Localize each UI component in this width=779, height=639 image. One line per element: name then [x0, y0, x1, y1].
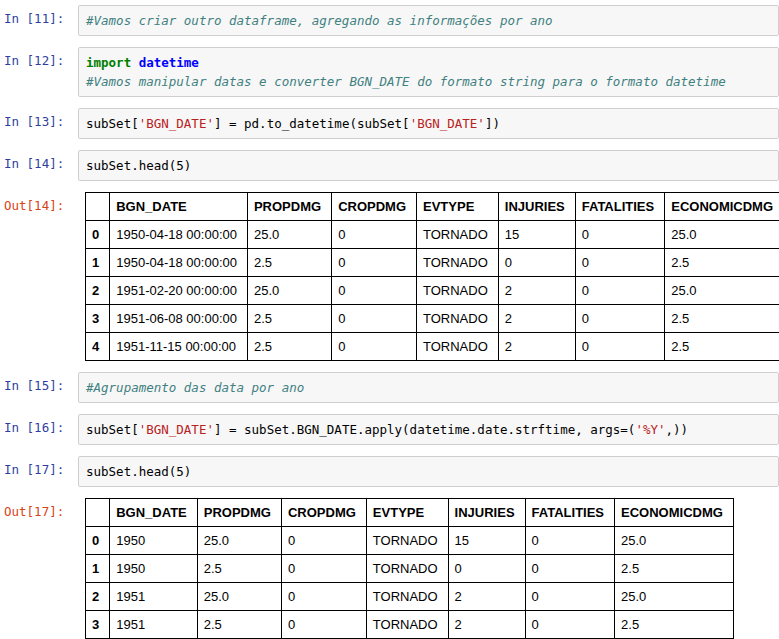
table-cell: 15 [448, 527, 525, 555]
row-index-cell: 1 [86, 249, 110, 277]
table-cell: 0 [281, 583, 366, 611]
table-cell: 0 [332, 221, 417, 249]
table-cell: 1950 [110, 527, 198, 555]
table-row: 11950-04-18 00:00:002.50TORNADO002.5 [86, 249, 779, 277]
table-cell: 2.5 [247, 305, 331, 333]
table-cell: 1950-04-18 00:00:00 [110, 221, 248, 249]
code-token-plain: subSet[ [86, 422, 139, 437]
table-row: 41951-11-15 00:00:002.50TORNADO202.5 [86, 333, 779, 361]
output-prompt: Out[14]: [4, 192, 78, 213]
code-input-area[interactable]: subSet.head(5) [78, 456, 779, 487]
input-prompt: In [17]: [4, 456, 78, 477]
code-token-string: 'BGN_DATE' [139, 116, 214, 131]
table-cell: 2 [448, 611, 525, 639]
table-row: 2195125.00TORNADO2025.0 [86, 583, 734, 611]
table-cell: 0 [281, 527, 366, 555]
table-header-cell [86, 499, 110, 527]
output-area: BGN_DATEPROPDMGCROPDMGEVTYPEINJURIESFATA… [78, 498, 779, 639]
table-cell: 2.5 [615, 611, 734, 639]
table-cell: TORNADO [417, 277, 499, 305]
notebook-cell: In [17]:subSet.head(5) [4, 456, 779, 487]
code-editor: subSet['BGN_DATE'] = pd.to_datetime(subS… [86, 114, 771, 133]
notebook-cell: Out[17]:BGN_DATEPROPDMGCROPDMGEVTYPEINJU… [4, 498, 779, 639]
code-token-plain: subSet.head(5) [86, 464, 191, 479]
table-cell: TORNADO [366, 583, 448, 611]
table-header-cell [86, 193, 110, 221]
table-header-cell: ECONOMICDMG [665, 193, 779, 221]
code-input-area[interactable]: #Vamos criar outro dataframe, agregando … [78, 5, 779, 36]
table-header-cell: EVTYPE [366, 499, 448, 527]
table-cell: 1951 [110, 583, 198, 611]
table-cell: 0 [575, 221, 664, 249]
table-cell: 2.5 [197, 555, 281, 583]
input-prompt: In [11]: [4, 5, 78, 26]
table-row: 21951-02-20 00:00:0025.00TORNADO2025.0 [86, 277, 779, 305]
table-cell: 1951-02-20 00:00:00 [110, 277, 248, 305]
row-index-cell: 2 [86, 277, 110, 305]
code-token-string: 'BGN_DATE' [410, 116, 485, 131]
table-cell: 2.5 [665, 333, 779, 361]
table-cell: 25.0 [197, 527, 281, 555]
code-editor: subSet.head(5) [86, 156, 771, 175]
table-cell: 2.5 [247, 249, 331, 277]
row-index-cell: 4 [86, 333, 110, 361]
table-cell: 2.5 [665, 305, 779, 333]
code-token-plain: ] = pd.to_datetime(subSet[ [214, 116, 410, 131]
table-cell: 2.5 [665, 249, 779, 277]
cell-content: subSet.head(5) [78, 150, 779, 181]
code-token-comment: #Vamos manipular datas e converter BGN_D… [86, 74, 726, 89]
code-editor: subSet['BGN_DATE'] = subSet.BGN_DATE.app… [86, 420, 771, 439]
table-cell: 0 [448, 555, 525, 583]
table-cell: 2.5 [247, 333, 331, 361]
code-token-plain: ,)) [666, 422, 689, 437]
table-cell: 15 [498, 221, 575, 249]
table-cell: 25.0 [665, 221, 779, 249]
notebook-cell: In [16]:subSet['BGN_DATE'] = subSet.BGN_… [4, 414, 779, 445]
table-cell: 1951-06-08 00:00:00 [110, 305, 248, 333]
table-header-cell: INJURIES [448, 499, 525, 527]
cell-content: #Vamos criar outro dataframe, agregando … [78, 5, 779, 36]
table-cell: 0 [575, 333, 664, 361]
table-cell: TORNADO [366, 555, 448, 583]
table-row: 01950-04-18 00:00:0025.00TORNADO15025.0 [86, 221, 779, 249]
table-header-cell: EVTYPE [417, 193, 499, 221]
code-input-area[interactable]: #Agrupamento das data por ano [78, 372, 779, 403]
row-index-cell: 0 [86, 527, 110, 555]
table-cell: 25.0 [615, 583, 734, 611]
table-cell: 1951 [110, 611, 198, 639]
table-header-cell: CROPDMG [281, 499, 366, 527]
table-header-cell: ECONOMICDMG [615, 499, 734, 527]
row-index-cell: 1 [86, 555, 110, 583]
table-row: 0195025.00TORNADO15025.0 [86, 527, 734, 555]
code-editor: subSet.head(5) [86, 462, 771, 481]
table-header-cell: FATALITIES [525, 499, 614, 527]
code-token-comment: #Vamos criar outro dataframe, agregando … [86, 13, 553, 28]
table-cell: 2.5 [615, 555, 734, 583]
output-area: BGN_DATEPROPDMGCROPDMGEVTYPEINJURIESFATA… [78, 192, 779, 361]
table-cell: 0 [575, 277, 664, 305]
code-editor: #Vamos criar outro dataframe, agregando … [86, 11, 771, 30]
code-input-area[interactable]: subSet.head(5) [78, 150, 779, 181]
notebook: In [11]:#Vamos criar outro dataframe, ag… [0, 0, 779, 639]
cell-content: subSet['BGN_DATE'] = pd.to_datetime(subS… [78, 108, 779, 139]
table-cell: 25.0 [247, 221, 331, 249]
cell-content: subSet['BGN_DATE'] = subSet.BGN_DATE.app… [78, 414, 779, 445]
code-token-string: '%Y' [635, 422, 665, 437]
code-input-area[interactable]: subSet['BGN_DATE'] = subSet.BGN_DATE.app… [78, 414, 779, 445]
code-input-area[interactable]: subSet['BGN_DATE'] = pd.to_datetime(subS… [78, 108, 779, 139]
row-index-cell: 3 [86, 305, 110, 333]
code-token-string: 'BGN_DATE' [139, 422, 214, 437]
table-cell: 0 [525, 555, 614, 583]
code-input-area[interactable]: import datetime #Vamos manipular datas e… [78, 47, 779, 97]
input-prompt: In [13]: [4, 108, 78, 129]
code-token-plain: ] = subSet.BGN_DATE.apply(datetime.date.… [214, 422, 635, 437]
table-cell: 1950 [110, 555, 198, 583]
input-prompt: In [12]: [4, 47, 78, 68]
table-cell: 25.0 [197, 583, 281, 611]
dataframe-table: BGN_DATEPROPDMGCROPDMGEVTYPEINJURIESFATA… [85, 498, 734, 639]
table-header-cell: FATALITIES [575, 193, 664, 221]
table-cell: 1951-11-15 00:00:00 [110, 333, 248, 361]
table-header-cell: INJURIES [498, 193, 575, 221]
table-cell: 0 [332, 277, 417, 305]
input-prompt: In [16]: [4, 414, 78, 435]
